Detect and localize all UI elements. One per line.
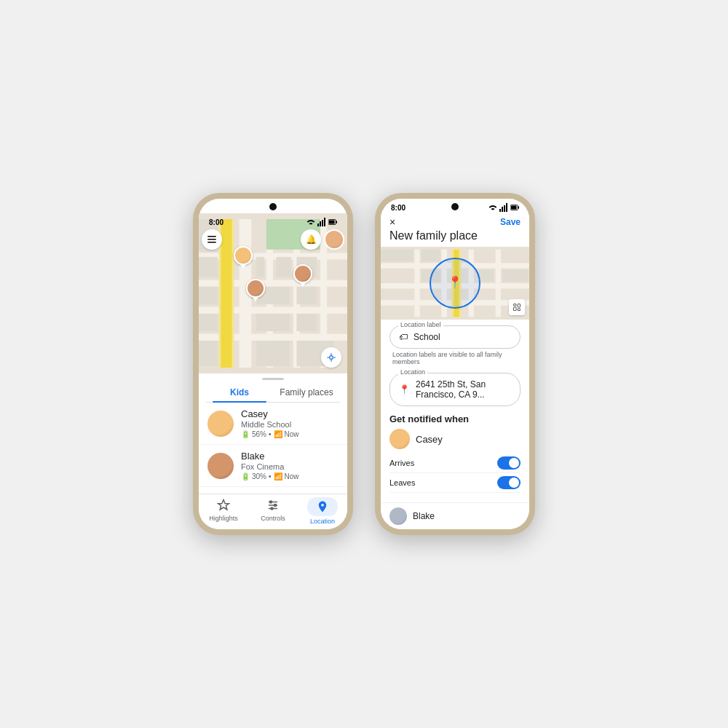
svg-rect-52 [518,206,519,208]
nav-highlights[interactable]: Highlights [199,497,248,525]
blake-preview-avatar [389,507,407,525]
person-pin-2[interactable] [246,279,265,301]
location-label-value: School [414,332,511,342]
bottom-sheet: Kids Family places Casey Middle School 🔋… [199,373,347,529]
map-area: 8:00 [199,213,347,373]
battery-icon-small: 🔋 [241,430,250,438]
person-pin-3[interactable] [293,264,312,287]
leaves-toggle[interactable] [497,476,521,489]
casey-status: 🔋 56% • 📶 Now [241,430,339,438]
camera-notch [269,203,277,210]
svg-rect-29 [324,218,325,226]
controls-icon [265,497,281,513]
svg-rect-17 [296,287,317,304]
crosshair-icon [326,352,336,363]
location-field: Location 📍 2641 25th St, San Francisco, … [389,373,521,406]
bottom-person-preview: Blake [381,502,529,529]
svg-rect-22 [199,257,218,277]
location-label-input[interactable]: 🏷 School [389,325,521,349]
right-wifi-icon [488,203,497,212]
tab-family-places[interactable]: Family places [273,383,340,402]
svg-rect-67 [478,269,493,282]
svg-rect-32 [329,220,335,223]
right-phone: 8:00 × [375,193,535,535]
status-icons [306,218,337,226]
arrives-toggle[interactable] [497,456,521,470]
kid-item-casey[interactable]: Casey Middle School 🔋 56% • 📶 Now [199,403,347,445]
svg-rect-26 [317,223,319,226]
close-button[interactable]: × [389,216,395,228]
controls-label: Controls [261,515,285,522]
status-time: 8:00 [209,218,223,226]
user-avatar[interactable] [324,229,344,250]
status-bar: 8:00 [199,213,347,228]
casey-info: Casey Middle School 🔋 56% • 📶 Now [241,408,339,438]
sheet-handle [262,378,284,380]
left-phone: 8:00 [193,193,353,535]
nav-location[interactable]: Location [298,497,347,525]
location-label: Location [310,518,335,525]
blake-location: Fox Cinema [241,462,339,471]
hamburger-icon [207,236,216,243]
expand-map-button[interactable] [509,299,525,315]
svg-rect-34 [207,239,216,240]
label-icon: 🏷 [399,332,408,342]
kids-list: Casey Middle School 🔋 56% • 📶 Now [199,403,347,494]
right-signal-icon [499,203,508,212]
detail-map[interactable]: 📍 [381,247,529,320]
my-location-button[interactable] [321,347,341,368]
svg-point-45 [274,505,277,507]
arrives-row: Arrives [389,454,521,473]
blake-status: 🔋 30% • 📶 Now [241,472,339,480]
right-battery-icon [510,203,519,212]
tab-bar: Kids Family places [206,383,340,403]
notification-button[interactable]: 🔔 [301,229,321,250]
right-status-time: 8:00 [391,204,405,212]
battery-icon-blake: 🔋 [241,472,250,480]
svg-rect-47 [499,209,501,212]
svg-rect-49 [504,205,505,212]
location-value: 2641 25th St, San Francisco, CA 9... [416,379,511,400]
tab-kids[interactable]: Kids [206,383,273,402]
location-float-label: Location [398,368,427,376]
new-family-place-title: New family place [381,229,529,247]
save-button[interactable]: Save [500,217,521,227]
svg-rect-25 [199,341,218,366]
wifi-icon [306,218,315,226]
location-input[interactable]: 📍 2641 25th St, San Francisco, CA 9... [389,373,521,406]
svg-rect-18 [256,314,290,331]
signal-icon [317,218,326,226]
casey-location: Middle School [241,420,339,429]
svg-rect-33 [207,236,216,237]
blake-avatar [207,453,234,479]
map-right-actions: 🔔 [301,229,344,250]
expand-icon [513,303,521,312]
blake-info: Blake Fox Cinema 🔋 30% • 📶 Now [241,451,339,480]
svg-rect-20 [256,341,290,366]
menu-button[interactable] [202,229,222,250]
nav-controls[interactable]: Controls [248,497,298,525]
pin-tail-1 [240,264,246,269]
svg-rect-58 [414,250,419,317]
leaves-row: Leaves [389,473,521,493]
detail-header: × Save [381,213,529,229]
casey-notify-avatar [389,429,410,449]
svg-rect-27 [320,221,321,226]
svg-rect-68 [502,269,528,282]
svg-rect-31 [336,221,337,223]
pin-avatar-2 [246,279,265,298]
svg-rect-71 [518,304,521,308]
wifi-blake: 📶 [274,472,282,480]
kid-item-blake[interactable]: Blake Fox Cinema 🔋 30% • 📶 Now [199,445,347,487]
wifi-small: 📶 [274,430,282,438]
highlights-label: Highlights [209,515,238,522]
right-status-icons [488,203,519,212]
detail-scroll: Location label 🏷 School Location labels … [381,320,529,502]
svg-rect-53 [511,205,517,209]
svg-rect-48 [502,207,503,212]
notify-casey: Casey [389,429,521,449]
pin-tail-3 [300,282,306,287]
svg-rect-24 [199,314,218,331]
svg-point-46 [271,507,273,510]
casey-name: Casey [241,408,339,419]
